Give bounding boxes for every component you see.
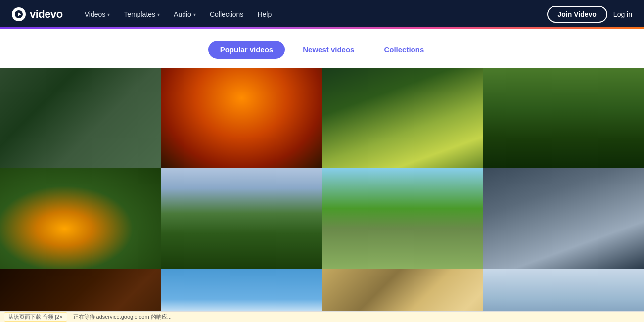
svg-marker-9 [562,216,566,222]
video-grid [0,68,644,322]
play-icon [552,207,575,230]
nav-collections[interactable]: Collections [204,6,249,22]
join-button[interactable]: Join Videvo [547,6,607,23]
svg-marker-4 [401,115,406,121]
nav-audio[interactable]: Audio ▾ [168,6,202,22]
svg-marker-2 [79,115,84,121]
notice-text: 从该页面下载 音频 |2× [8,313,63,321]
status-bar: 从该页面下载 音频 |2× 正在等待 adservice.google.com … [0,311,644,322]
video-card[interactable] [0,168,161,269]
svg-marker-3 [240,115,244,121]
svg-marker-8 [401,216,406,222]
play-icon [69,207,92,230]
logo-icon [12,7,26,21]
templates-chevron-icon: ▾ [157,12,160,17]
logo-text: videvo [30,8,63,21]
logo[interactable]: videvo [12,7,63,21]
audio-chevron-icon: ▾ [193,12,196,17]
tabs-section: Popular videos Newest videos Collections [0,29,644,68]
svg-marker-5 [562,115,566,121]
play-icon [391,106,414,130]
tab-collections[interactable]: Collections [372,41,436,59]
tab-popular-videos[interactable]: Popular videos [208,41,285,59]
navbar: videvo Videos ▾ Templates ▾ Audio ▾ Coll… [0,0,644,29]
play-icon [230,207,253,230]
download-notice: 从该页面下载 音频 |2× [4,312,67,322]
video-card[interactable] [322,168,483,269]
nav-links: Videos ▾ Templates ▾ Audio ▾ Collections… [79,6,547,22]
play-icon [552,106,575,130]
play-icon [391,207,414,230]
login-button[interactable]: Log in [613,10,632,18]
videos-chevron-icon: ▾ [107,12,110,17]
nav-templates[interactable]: Templates ▾ [118,6,166,22]
nav-help[interactable]: Help [251,6,277,22]
nav-videos[interactable]: Videos ▾ [79,6,116,22]
video-card[interactable] [483,68,644,168]
video-card[interactable] [0,68,161,168]
video-card[interactable] [161,68,322,168]
loading-text: 正在等待 adservice.google.com 的响应... [73,313,172,321]
video-card[interactable] [322,68,483,168]
video-card[interactable] [161,168,322,269]
tab-newest-videos[interactable]: Newest videos [291,41,366,59]
nav-right: Join Videvo Log in [547,6,632,23]
play-icon [230,106,253,130]
svg-marker-7 [240,216,244,222]
svg-marker-6 [79,216,84,222]
video-card[interactable] [483,168,644,269]
play-icon [69,106,92,130]
